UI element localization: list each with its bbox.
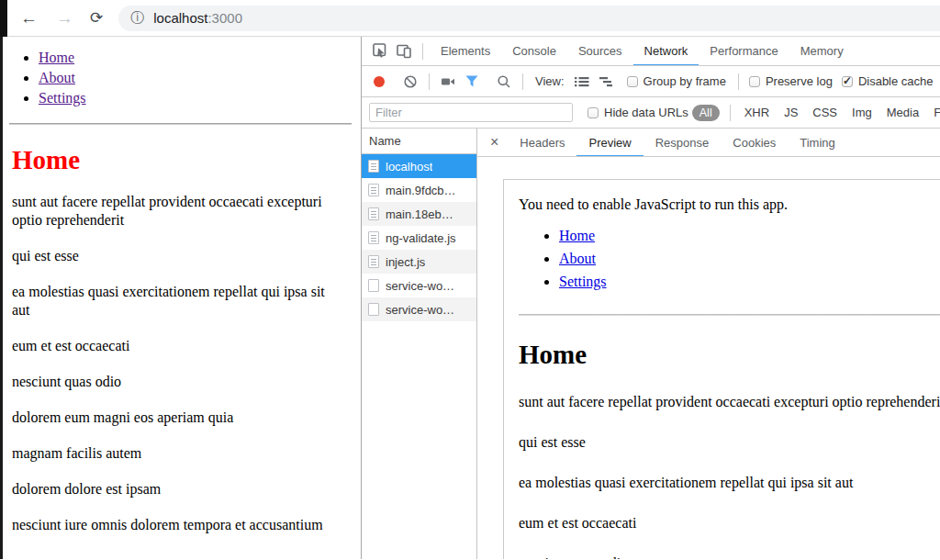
preview-link-about[interactable]: About <box>559 251 596 266</box>
list-item: Settings <box>39 89 361 107</box>
divider <box>730 105 731 121</box>
divider <box>422 43 423 60</box>
paragraph: dolorem eum magni eos aperiam quia <box>12 409 337 427</box>
request-row-service-worker-2[interactable]: service-wo… <box>362 297 476 321</box>
filter-type-img[interactable]: Img <box>852 106 872 119</box>
request-name: localhost <box>386 160 432 174</box>
document-icon <box>368 231 379 244</box>
tab-headers[interactable]: Headers <box>508 129 576 157</box>
forward-icon[interactable]: → <box>56 9 73 27</box>
document-icon <box>368 207 379 220</box>
filter-type-media[interactable]: Media <box>887 106 919 119</box>
request-name: main.9fdcb… <box>386 184 456 197</box>
preview-page-title: Home <box>519 340 940 370</box>
clear-icon[interactable] <box>398 70 422 94</box>
nav-link-home[interactable]: Home <box>39 50 74 65</box>
paragraph: nesciunt quas odio <box>519 555 940 559</box>
url-port: :3000 <box>207 10 242 26</box>
devtools-panel: Elements Console Sources Network Perform… <box>361 37 940 559</box>
hide-data-urls-label: Hide data URLs <box>604 106 688 119</box>
browser-toolbar: ← → ⟳ ⓘ localhost:3000 <box>0 0 940 37</box>
preserve-log-label: Preserve log <box>766 74 833 88</box>
noscript-message: You need to enable JavaScript to run thi… <box>519 196 940 213</box>
filter-type-css[interactable]: CSS <box>812 106 837 119</box>
filter-type-js[interactable]: JS <box>784 106 798 119</box>
nav-link-about[interactable]: About <box>39 70 75 85</box>
filter-type-font[interactable]: Font <box>934 106 940 119</box>
list-item: About <box>559 249 940 268</box>
tab-memory[interactable]: Memory <box>789 37 855 66</box>
preview-document: You need to enable JavaScript to run thi… <box>503 179 940 559</box>
search-icon[interactable] <box>492 70 516 94</box>
divider <box>9 123 352 125</box>
request-row-main-9fdcb[interactable]: main.9fdcb… <box>362 178 476 202</box>
reload-icon[interactable]: ⟳ <box>90 10 103 26</box>
request-name: inject.js <box>386 255 425 269</box>
page-title: Home <box>12 145 361 175</box>
hide-data-urls-checkbox[interactable] <box>588 107 599 118</box>
preview-link-settings[interactable]: Settings <box>559 274 607 289</box>
close-icon[interactable]: × <box>490 134 498 151</box>
list-item: Home <box>559 226 940 245</box>
group-by-frame-checkbox[interactable] <box>627 76 638 87</box>
divider <box>738 73 739 90</box>
window-edge <box>0 0 7 37</box>
detail-tab-bar: × Headers Preview Response Cookies Timin… <box>477 129 940 157</box>
file-icon <box>368 279 379 292</box>
divider <box>429 73 430 90</box>
url-bar[interactable]: ⓘ localhost:3000 <box>118 6 940 31</box>
preview-nav-list: Home About Settings <box>519 226 940 291</box>
page-nav-list: Home About Settings <box>0 49 361 107</box>
group-by-frame-label: Group by frame <box>643 74 726 88</box>
request-row-inject[interactable]: inject.js <box>362 250 476 274</box>
tab-elements[interactable]: Elements <box>430 37 501 66</box>
request-detail-pane: × Headers Preview Response Cookies Timin… <box>477 129 940 559</box>
tab-sources[interactable]: Sources <box>567 37 633 66</box>
preview-pane: You need to enable JavaScript to run thi… <box>477 157 940 559</box>
waterfall-view-icon[interactable] <box>594 70 618 94</box>
page-pane: Home About Settings Home sunt aut facere… <box>0 37 361 559</box>
paragraph: ea molestias quasi exercitationem repell… <box>519 475 940 491</box>
paragraph: qui est esse <box>12 247 337 265</box>
request-row-localhost[interactable]: localhost <box>362 154 476 178</box>
disable-cache-checkbox[interactable] <box>842 76 853 87</box>
record-icon[interactable] <box>374 76 385 87</box>
filter-type-xhr[interactable]: XHR <box>744 106 769 119</box>
name-column-header[interactable]: Name <box>362 129 476 154</box>
filter-input[interactable] <box>369 103 573 122</box>
filter-funnel-icon[interactable] <box>460 70 484 94</box>
divider <box>522 73 523 90</box>
file-icon <box>368 303 379 316</box>
tab-timing[interactable]: Timing <box>788 129 847 157</box>
paragraph: qui est esse <box>519 434 940 451</box>
tab-console[interactable]: Console <box>501 37 567 66</box>
filter-type-all[interactable]: All <box>692 105 720 121</box>
tab-performance[interactable]: Performance <box>699 37 789 66</box>
request-row-ng-validate[interactable]: ng-validate.js <box>362 226 476 250</box>
tab-preview[interactable]: Preview <box>576 129 643 157</box>
info-icon[interactable]: ⓘ <box>130 9 144 27</box>
preserve-log-checkbox[interactable] <box>749 76 760 87</box>
back-icon[interactable]: ← <box>20 9 38 27</box>
tab-response[interactable]: Response <box>643 129 722 157</box>
request-row-main-18eb[interactable]: main.18eb… <box>362 202 476 226</box>
browser-window: ← → ⟳ ⓘ localhost:3000 Home About Settin… <box>0 0 940 560</box>
list-item: Home <box>39 49 361 67</box>
tab-network[interactable]: Network <box>633 37 699 66</box>
preview-link-home[interactable]: Home <box>559 228 595 243</box>
inspect-element-icon[interactable] <box>368 39 392 63</box>
device-toolbar-icon[interactable] <box>392 39 416 63</box>
network-filter-bar: Hide data URLs All XHR JS CSS Img Media … <box>362 97 940 129</box>
tab-cookies[interactable]: Cookies <box>721 129 788 157</box>
divider <box>519 314 940 316</box>
request-row-service-worker-1[interactable]: service-wo… <box>362 274 476 297</box>
capture-screenshots-icon[interactable] <box>436 70 460 94</box>
request-name: service-wo… <box>386 303 454 317</box>
network-toolbar: View: Group by frame Preserve log Disabl… <box>362 66 940 97</box>
nav-link-settings[interactable]: Settings <box>39 90 86 106</box>
list-view-icon[interactable] <box>570 70 594 94</box>
list-item: About <box>39 69 361 87</box>
paragraph: eum et est occaecati <box>12 337 337 355</box>
paragraph: eum et est occaecati <box>519 515 940 532</box>
devtools-tab-bar: Elements Console Sources Network Perform… <box>362 37 940 66</box>
